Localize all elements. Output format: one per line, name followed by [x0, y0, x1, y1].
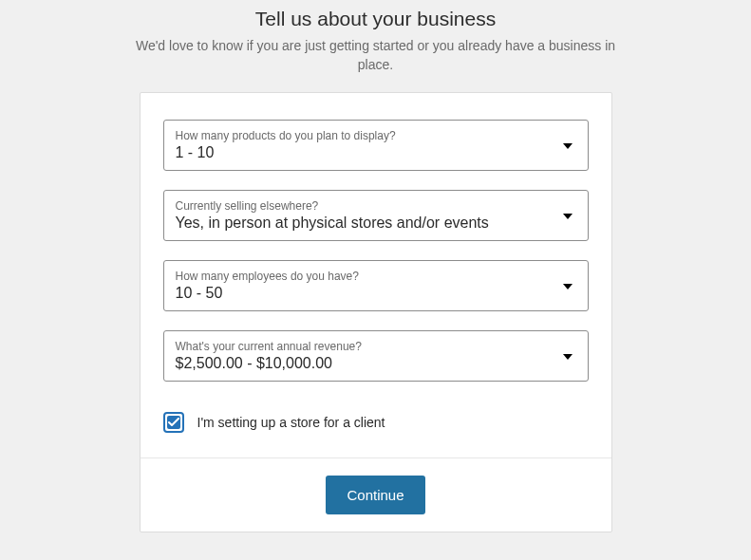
onboarding-container: Tell us about your business We'd love to… [0, 8, 751, 532]
revenue-value: $2,500.00 - $10,000.00 [176, 355, 332, 371]
form-footer: Continue [141, 457, 611, 532]
form-card: How many products do you plan to display… [140, 92, 612, 532]
page-title: Tell us about your business [129, 8, 623, 30]
page-subtitle: We'd love to know if you are just gettin… [129, 36, 623, 75]
chevron-down-icon [563, 354, 573, 360]
header: Tell us about your business We'd love to… [82, 8, 670, 75]
chevron-down-icon [563, 284, 573, 289]
selling-select[interactable]: Currently selling elsewhere? Yes, in per… [163, 190, 589, 241]
chevron-down-icon [563, 143, 573, 149]
form-body: How many products do you plan to display… [141, 93, 611, 457]
products-select[interactable]: How many products do you plan to display… [163, 120, 589, 171]
continue-button[interactable]: Continue [326, 476, 424, 514]
client-checkbox-row: I'm setting up a store for a client [163, 401, 589, 454]
selling-value: Yes, in person at physical stores and/or… [176, 215, 489, 231]
employees-label: How many employees do you have? [176, 270, 552, 283]
products-value: 1 - 10 [176, 144, 215, 160]
employees-select[interactable]: How many employees do you have? 10 - 50 [163, 260, 589, 311]
products-label: How many products do you plan to display… [176, 129, 552, 142]
client-checkbox-label[interactable]: I'm setting up a store for a client [197, 415, 385, 430]
client-checkbox[interactable] [163, 412, 184, 433]
check-icon [167, 416, 180, 429]
employees-value: 10 - 50 [176, 285, 223, 301]
revenue-label: What's your current annual revenue? [176, 340, 552, 353]
chevron-down-icon [563, 214, 573, 219]
selling-label: Currently selling elsewhere? [176, 199, 552, 213]
revenue-select[interactable]: What's your current annual revenue? $2,5… [163, 330, 589, 382]
